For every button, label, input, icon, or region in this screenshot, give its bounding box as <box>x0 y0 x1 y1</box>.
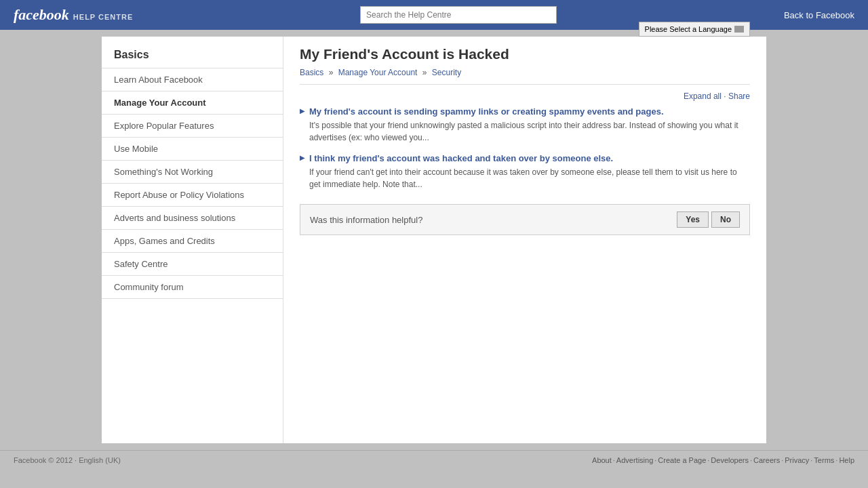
sidebar-item-1[interactable]: Manage Your Account <box>102 92 283 115</box>
sidebar-item-0[interactable]: Learn About Facebook <box>102 68 283 92</box>
faq-desc-1: If your friend can't get into their acco… <box>309 166 750 190</box>
sidebar: Basics Learn About FacebookManage Your A… <box>102 37 283 443</box>
main-content: Please Select a Language My Friend's Acc… <box>283 37 766 443</box>
back-to-facebook-link[interactable]: Back to Facebook <box>784 10 854 20</box>
expand-share-bar: Expand all · Share <box>300 92 750 101</box>
logo-help: HELP CENTRE <box>73 13 133 21</box>
breadcrumb: Basics » Manage Your Account » Security <box>300 68 750 85</box>
flag-icon <box>734 26 744 33</box>
faq-arrow-icon-1: ▶ <box>300 154 305 161</box>
search-input[interactable] <box>360 6 557 24</box>
footer-links: About · Advertising · Create a Page · De… <box>592 456 854 464</box>
language-label: Please Select a Language <box>645 25 732 33</box>
share-link[interactable]: Share <box>728 92 750 101</box>
sidebar-item-9[interactable]: Community forum <box>102 276 283 299</box>
footer-link-careers[interactable]: Careers <box>753 456 780 464</box>
sidebar-item-5[interactable]: Report Abuse or Policy Violations <box>102 184 283 207</box>
language-selector[interactable]: Please Select a Language <box>639 22 750 37</box>
footer-link-privacy[interactable]: Privacy <box>785 456 809 464</box>
footer: Facebook © 2012 · English (UK) About · A… <box>0 450 868 470</box>
footer-link-help[interactable]: Help <box>839 456 854 464</box>
sidebar-item-3[interactable]: Use Mobile <box>102 138 283 161</box>
faq-item-1: ▶I think my friend's account was hacked … <box>300 153 750 190</box>
logo-facebook[interactable]: facebook <box>14 6 69 24</box>
helpful-buttons: Yes No <box>677 211 740 228</box>
sidebar-item-7[interactable]: Apps, Games and Credits <box>102 230 283 253</box>
logo-area: facebook HELP CENTRE <box>14 6 133 24</box>
sidebar-item-4[interactable]: Something's Not Working <box>102 161 283 184</box>
faq-title-0[interactable]: My friend's account is sending spammy li… <box>309 106 750 117</box>
breadcrumb-part-1[interactable]: Manage Your Account <box>338 68 418 77</box>
sidebar-item-6[interactable]: Adverts and business solutions <box>102 207 283 230</box>
breadcrumb-part-0[interactable]: Basics <box>300 68 323 77</box>
faq-item-0: ▶My friend's account is sending spammy l… <box>300 106 750 144</box>
yes-button[interactable]: Yes <box>677 211 709 228</box>
helpful-box: Was this information helpful? Yes No <box>300 204 750 235</box>
sidebar-item-2[interactable]: Explore Popular Features <box>102 115 283 138</box>
footer-link-developers[interactable]: Developers <box>711 456 749 464</box>
footer-link-about[interactable]: About <box>592 456 612 464</box>
main-wrapper: Basics Learn About FacebookManage Your A… <box>0 30 868 450</box>
helpful-question: Was this information helpful? <box>310 215 422 225</box>
sidebar-item-8[interactable]: Safety Centre <box>102 253 283 276</box>
footer-link-create-a-page[interactable]: Create a Page <box>658 456 706 464</box>
no-button[interactable]: No <box>711 211 740 228</box>
content-area: Basics Learn About FacebookManage Your A… <box>102 37 766 443</box>
breadcrumb-part-2[interactable]: Security <box>432 68 461 77</box>
footer-copyright: Facebook © 2012 · English (UK) <box>14 456 121 464</box>
language-button[interactable]: Please Select a Language <box>639 22 750 37</box>
expand-all-link[interactable]: Expand all <box>684 92 722 101</box>
page-title: My Friend's Account is Hacked <box>300 46 750 62</box>
footer-link-advertising[interactable]: Advertising <box>616 456 653 464</box>
faq-arrow-icon-0: ▶ <box>300 107 305 115</box>
sidebar-title: Basics <box>102 43 283 68</box>
footer-link-terms[interactable]: Terms <box>814 456 834 464</box>
faqs-container: ▶My friend's account is sending spammy l… <box>300 106 750 190</box>
faq-desc-0: It's possible that your friend unknowing… <box>309 119 750 144</box>
faq-title-1[interactable]: I think my friend's account was hacked a… <box>309 153 750 163</box>
